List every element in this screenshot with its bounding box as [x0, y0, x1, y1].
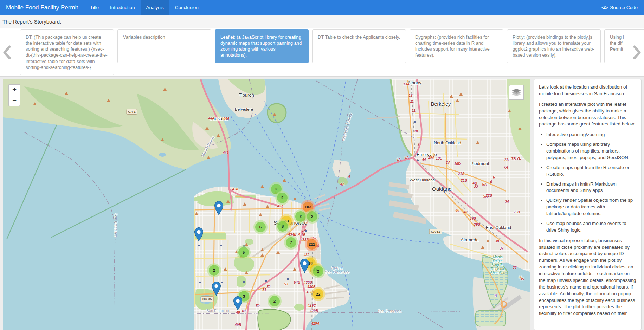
app-title: Mobile Food Facility Permit: [0, 0, 84, 15]
storyboard-card[interactable]: Dygraphs: (provides rich facilities for …: [410, 29, 503, 63]
storyboard-prev-button[interactable]: [0, 28, 15, 77]
tab-title[interactable]: Title: [84, 0, 104, 15]
tab-analysis[interactable]: Analysis: [141, 0, 169, 15]
cluster-count: 2: [295, 211, 306, 222]
feature-bullet: Quickly render Spatial objects from the …: [546, 197, 636, 217]
sidebar-intro: Let’s look at the location and distribut…: [539, 84, 636, 97]
map-pin[interactable]: [214, 201, 223, 215]
commentary-sidebar: Let’s look at the location and distribut…: [534, 79, 642, 330]
sidebar-closing: In this visual representation, businesse…: [539, 238, 636, 317]
cluster-count: 7: [286, 237, 296, 248]
feature-bullet: Interactive panning/zooming: [546, 131, 636, 138]
cluster-marker[interactable]: 2: [275, 191, 289, 205]
map-pin[interactable]: [233, 296, 242, 311]
feature-bullet: Create maps right from the R console or …: [546, 164, 636, 178]
cluster-count: 211: [307, 239, 317, 250]
cluster-count: 6: [255, 222, 266, 232]
storyboard-next-button[interactable]: [629, 28, 644, 77]
cluster-marker[interactable]: 22: [311, 287, 325, 301]
cluster-count: 8: [277, 221, 288, 232]
cluster-count: 2: [209, 265, 219, 276]
cluster-count: 5: [238, 247, 249, 258]
chevron-left-icon: [2, 45, 12, 60]
storyboard-card[interactable]: Leaflet: (a JavaScript library for creat…: [215, 29, 309, 63]
source-code-button[interactable]: </> Source Code: [601, 0, 644, 15]
cluster-marker[interactable]: 5: [237, 245, 251, 259]
cluster-marker[interactable]: 6: [253, 220, 268, 234]
cluster-count: 22: [313, 289, 323, 299]
navbar: Mobile Food Facility Permit TitleIntrodu…: [0, 0, 644, 15]
cluster-count: 2: [307, 211, 317, 222]
storyboard-heading: The Report’s Storyboard.: [0, 15, 644, 28]
cluster-count: 2: [313, 266, 323, 277]
cluster-marker[interactable]: 211: [305, 237, 319, 251]
layers-control[interactable]: [509, 85, 524, 100]
code-icon: </>: [601, 5, 607, 11]
layers-icon: [512, 88, 521, 97]
cluster-marker[interactable]: 2: [311, 264, 325, 278]
storyboard-card[interactable]: DT: (This package can help us create the…: [20, 29, 114, 75]
feature-list: Interactive panning/zoomingCompose maps …: [539, 131, 636, 233]
storyboard-card[interactable]: DT Table to check the Applicants closely…: [312, 29, 406, 63]
source-code-label: Source Code: [610, 5, 638, 10]
nav-tabs: TitleIntroductionAnalysisConclusion: [84, 0, 204, 15]
cluster-count: 2: [277, 193, 288, 203]
feature-bullet: Compose maps using arbitrary combination…: [546, 141, 636, 161]
cluster-count: 2: [269, 296, 280, 306]
tab-introduction[interactable]: Introduction: [104, 0, 141, 15]
map-pin[interactable]: [194, 227, 203, 242]
feature-bullet: Embed maps in knitr/R Markdown documents…: [546, 181, 636, 194]
map-markers-layer: 22103223386721151519222232: [3, 79, 530, 330]
sidebar-paragraph: I created an interactive plot with the l…: [539, 101, 636, 128]
zoom-control: + −: [8, 84, 20, 106]
leaflet-map[interactable]: TiburonBelvedereSausalitoMarin CountyAla…: [3, 79, 530, 330]
zoom-in-button[interactable]: +: [9, 85, 20, 95]
chevron-right-icon: [632, 45, 642, 60]
storyboard-strip: DT: (This package can help us create the…: [0, 28, 644, 77]
map-pin[interactable]: [212, 282, 221, 296]
storyboard-card[interactable]: Variables description: [117, 29, 211, 63]
cluster-marker[interactable]: 2: [305, 209, 319, 224]
map-pin[interactable]: [300, 259, 309, 273]
cluster-marker[interactable]: 8: [276, 219, 290, 233]
storyboard-card[interactable]: Plotly: (provides bindings to the plotly…: [507, 29, 601, 63]
cluster-marker[interactable]: 7: [284, 235, 298, 250]
cluster-marker[interactable]: 2: [207, 263, 221, 277]
cluster-marker[interactable]: 2: [268, 294, 282, 308]
feature-bullet: Use map bounds and mouse events to drive…: [546, 220, 636, 234]
zoom-out-button[interactable]: −: [9, 95, 20, 106]
tab-conclusion[interactable]: Conclusion: [169, 0, 204, 15]
